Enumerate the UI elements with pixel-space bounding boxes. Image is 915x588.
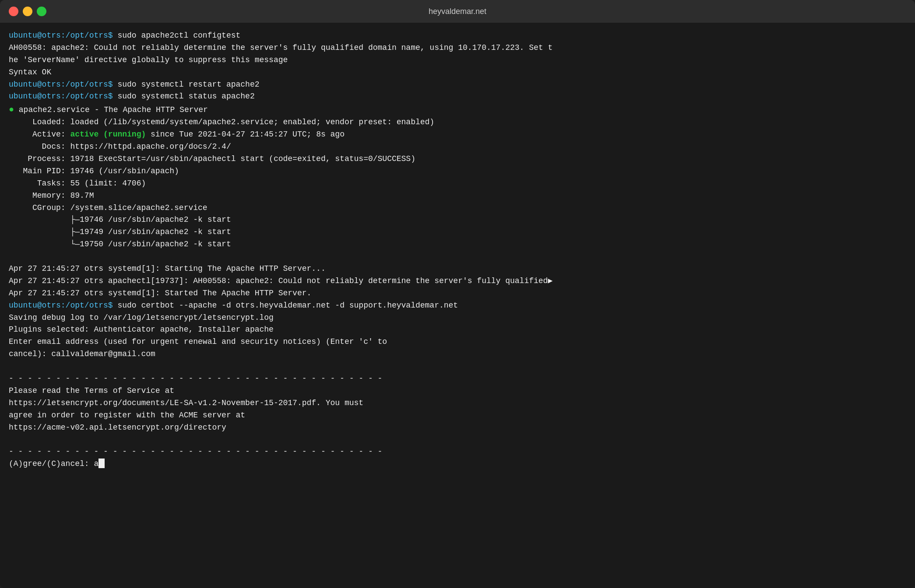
terminal-line: └—19750 /usr/sbin/apache2 -k start: [9, 238, 906, 251]
terminal-line: - - - - - - - - - - - - - - - - - - - - …: [9, 373, 906, 385]
terminal-line: Saving debug log to /var/log/letsencrypt…: [9, 312, 906, 324]
terminal-line: agree in order to register with the ACME…: [9, 410, 906, 422]
terminal-line: ubuntu@otrs:/opt/otrs$ sudo certbot --ap…: [9, 300, 906, 312]
terminal-line: cancel): callvaldemar@gmail.com: [9, 348, 906, 360]
terminal-line: [9, 434, 906, 446]
terminal-line: Active: active (running) since Tue 2021-…: [9, 129, 906, 141]
terminal-line: ubuntu@otrs:/opt/otrs$ sudo apache2ctl c…: [9, 30, 906, 42]
terminal-line: [9, 251, 906, 263]
terminal-line: Main PID: 19746 (/usr/sbin/apach): [9, 165, 906, 178]
terminal-line: Apr 27 21:45:27 otrs apachectl[19737]: A…: [9, 275, 906, 287]
terminal-line: https://acme-v02.api.letsencrypt.org/dir…: [9, 422, 906, 434]
terminal-line: Syntax OK: [9, 66, 906, 79]
terminal-line: ● apache2.service - The Apache HTTP Serv…: [9, 103, 906, 116]
terminal-line: ├—19749 /usr/sbin/apache2 -k start: [9, 226, 906, 238]
terminal-line: he 'ServerName' directive globally to su…: [9, 54, 906, 66]
terminal-line: Apr 27 21:45:27 otrs systemd[1]: Started…: [9, 287, 906, 300]
terminal-line: https://letsencrypt.org/documents/LE-SA-…: [9, 397, 906, 410]
terminal-body[interactable]: ubuntu@otrs:/opt/otrs$ sudo apache2ctl c…: [0, 23, 915, 588]
terminal-line: AH00558: apache2: Could not reliably det…: [9, 42, 906, 54]
terminal-line: Please read the Terms of Service at: [9, 385, 906, 397]
terminal-line: ubuntu@otrs:/opt/otrs$ sudo systemctl st…: [9, 91, 906, 103]
terminal-line: CGroup: /system.slice/apache2.service: [9, 202, 906, 214]
terminal-line: ├—19746 /usr/sbin/apache2 -k start: [9, 214, 906, 226]
terminal-line: Tasks: 55 (limit: 4706): [9, 178, 906, 190]
terminal-line: Enter email address (used for urgent ren…: [9, 336, 906, 348]
maximize-button[interactable]: [37, 7, 46, 16]
terminal-line: Process: 19718 ExecStart=/usr/sbin/apach…: [9, 153, 906, 165]
terminal-window: heyvaldemar.net ubuntu@otrs:/opt/otrs$ s…: [0, 0, 915, 588]
terminal-line: Memory: 89.7M: [9, 190, 906, 202]
minimize-button[interactable]: [23, 7, 32, 16]
terminal-line: (A)gree/(C)ancel: a: [9, 458, 906, 470]
terminal-line: Loaded: loaded (/lib/systemd/system/apac…: [9, 116, 906, 129]
window-title: heyvaldemar.net: [429, 7, 486, 16]
terminal-line: - - - - - - - - - - - - - - - - - - - - …: [9, 446, 906, 458]
titlebar: heyvaldemar.net: [0, 0, 915, 23]
traffic-lights: [9, 7, 46, 16]
terminal-line: Plugins selected: Authenticator apache, …: [9, 324, 906, 336]
terminal-line: Apr 27 21:45:27 otrs systemd[1]: Startin…: [9, 263, 906, 275]
terminal-line: Docs: https://httpd.apache.org/docs/2.4/: [9, 141, 906, 153]
terminal-line: [9, 360, 906, 373]
terminal-line: ubuntu@otrs:/opt/otrs$ sudo systemctl re…: [9, 79, 906, 91]
close-button[interactable]: [9, 7, 18, 16]
